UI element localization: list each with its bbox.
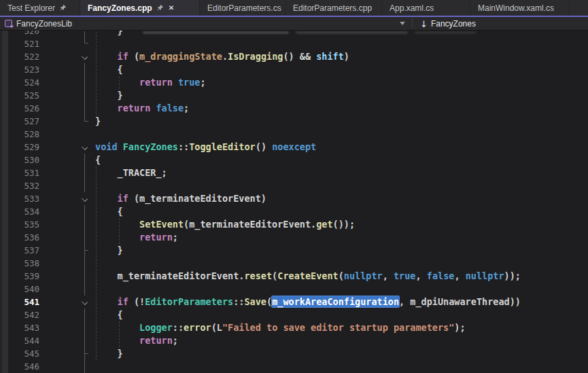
project-name: FancyZonesLib <box>16 19 72 29</box>
code-line[interactable]: if (m_terminateEditorEvent) <box>95 192 266 205</box>
code-token: return <box>139 335 173 346</box>
code-line[interactable]: _TRACER_; <box>95 166 167 179</box>
code-token: } <box>95 348 123 359</box>
code-line[interactable]: } <box>95 244 123 257</box>
tab-editorparameters-cs[interactable]: EditorParameters.cs <box>200 0 286 16</box>
tab-label: EditorParameters.cpp <box>293 3 372 13</box>
code-token: "Failed to save editor startup parameter… <box>222 322 454 333</box>
code-token: } <box>95 245 123 255</box>
code-token: ; <box>200 77 205 88</box>
pin-icon[interactable] <box>59 4 67 12</box>
code-token <box>95 103 118 113</box>
code-line[interactable]: { <box>95 205 123 218</box>
code-line[interactable]: { <box>95 63 123 76</box>
selected-text: m_workAreaConfiguration <box>272 296 399 307</box>
tab-editorparameters-cpp[interactable]: EditorParameters.cpp <box>286 0 382 16</box>
code-token: CreateEvent <box>277 270 338 281</box>
chevron-down-icon[interactable] <box>400 22 405 25</box>
scope-dropdown[interactable]: ↓ FancyZones <box>420 17 476 31</box>
code-token: error <box>184 322 211 333</box>
code-token: (L <box>211 322 222 333</box>
code-token: true <box>178 77 201 88</box>
code-line[interactable]: void FancyZones::ToggleEditor() noexcept <box>95 141 316 154</box>
tab-label: App.xaml.cs <box>390 3 434 13</box>
tab-fancyzones-cpp[interactable]: FancyZones.cpp✕ <box>80 0 200 16</box>
code-token: , <box>454 270 465 281</box>
code-token: ToggleEditor <box>189 141 256 152</box>
indent-guide <box>119 218 120 244</box>
code-token <box>173 77 178 88</box>
code-line[interactable]: m_terminateEditorEvent.reset(CreateEvent… <box>95 270 521 283</box>
indent-guide <box>119 76 120 89</box>
code-token: ()); <box>333 219 356 230</box>
code-editor[interactable]: 5205215225235245255265275285295305315325… <box>0 31 588 373</box>
code-token <box>95 77 139 88</box>
code-token: . <box>222 51 228 62</box>
code-line[interactable]: if (!EditorParameters::Save(m_workAreaCo… <box>95 296 521 308</box>
code-area[interactable]: } if (m_draggingState.IsDragging() && sh… <box>0 31 588 373</box>
code-token: noexcept <box>272 141 316 152</box>
code-token: ; <box>173 335 178 346</box>
indent-guide <box>96 166 97 360</box>
pin-icon[interactable] <box>156 4 164 12</box>
code-token <box>95 232 139 243</box>
tab-label: EditorParameters.cs <box>207 3 281 13</box>
code-token: nullptr <box>466 270 504 281</box>
tab-app-xaml-cs[interactable]: App.xaml.cs <box>382 0 470 16</box>
project-dropdown[interactable]: FancyZonesLib <box>0 19 72 29</box>
code-token: ( <box>128 193 139 204</box>
code-line[interactable]: return; <box>95 334 178 347</box>
code-token: if <box>118 51 128 62</box>
code-line[interactable]: } <box>95 89 123 102</box>
tab-test-explorer[interactable]: Test Explorer <box>0 0 80 16</box>
code-token: m_terminateEditorEvent <box>189 219 311 230</box>
code-line[interactable]: return true; <box>95 76 206 89</box>
code-token: } <box>95 116 101 126</box>
code-token: return <box>139 77 173 88</box>
code-token <box>95 51 118 62</box>
code-token: . <box>311 219 316 230</box>
code-token <box>95 335 139 346</box>
code-token <box>118 141 123 152</box>
code-line[interactable]: SetEvent(m_terminateEditorEvent.get()); <box>95 218 355 231</box>
code-line[interactable]: return false; <box>95 102 189 115</box>
code-line[interactable]: Logger::error(L"Failed to save editor st… <box>95 321 466 334</box>
down-arrow-icon: ↓ <box>420 20 428 29</box>
code-token: reset <box>244 270 272 281</box>
code-token: return <box>139 232 173 243</box>
code-line[interactable]: } <box>95 31 123 37</box>
document-tab-bar: Test ExplorerFancyZones.cpp✕EditorParame… <box>0 0 588 17</box>
code-token: m_draggingState <box>139 51 222 62</box>
code-token: ( <box>184 219 189 230</box>
code-token: void <box>95 141 118 152</box>
code-token: ); <box>454 322 465 333</box>
code-token: if <box>118 193 128 204</box>
code-token: IsDragging <box>228 51 283 62</box>
tab-label: MainWindow.xaml.cs <box>478 3 554 13</box>
code-line[interactable]: { <box>95 308 123 321</box>
code-token: ( <box>339 270 344 281</box>
code-line[interactable]: if (m_draggingState.IsDragging() && shif… <box>95 50 349 63</box>
code-token: () && <box>283 51 316 62</box>
code-line[interactable]: } <box>95 347 123 360</box>
clipped-text-artifact <box>296 31 408 34</box>
code-token: false <box>427 270 455 281</box>
code-token: ( <box>266 296 272 307</box>
code-line[interactable]: { <box>95 154 101 166</box>
code-token: { <box>95 206 123 217</box>
code-token: Logger <box>139 322 173 333</box>
code-token: Save <box>244 296 266 307</box>
code-token: _TRACER_; <box>95 167 167 178</box>
code-token: false <box>156 103 184 113</box>
code-token: )); <box>504 270 521 281</box>
close-icon[interactable]: ✕ <box>168 4 175 12</box>
code-line[interactable]: } <box>95 115 101 128</box>
code-token: m_dpiUnawareThread <box>410 296 509 307</box>
tab-mainwindow-xaml-cs[interactable]: MainWindow.xaml.cs <box>470 0 570 16</box>
code-token: ( <box>128 51 139 62</box>
code-token <box>95 193 118 204</box>
code-line[interactable]: return; <box>95 231 178 244</box>
indent-guide <box>119 321 120 347</box>
clipped-text-artifact <box>415 31 476 34</box>
navbar-separator <box>412 18 413 28</box>
